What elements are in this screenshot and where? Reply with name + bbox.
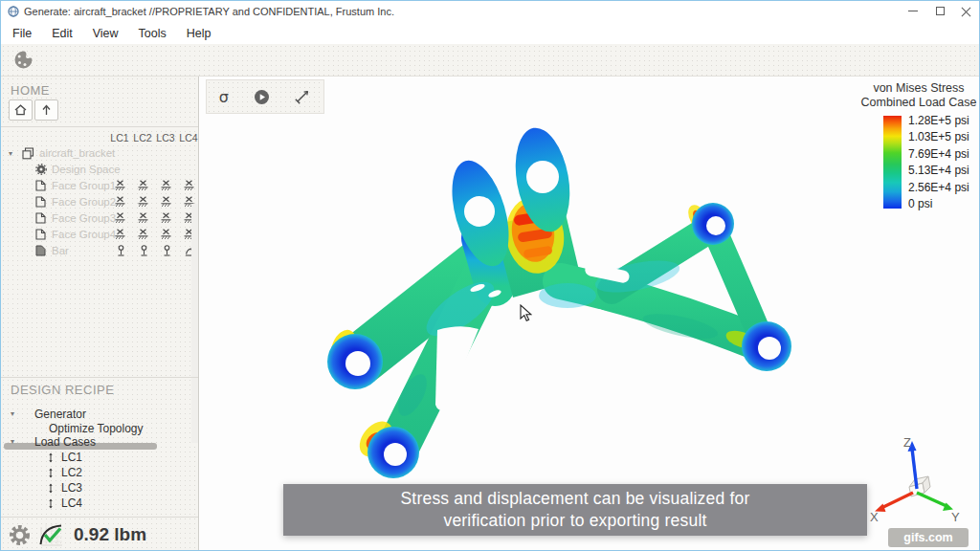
caption-overlay: Stress and displacement can be visualize…: [283, 484, 867, 536]
recipe-row-load-cases[interactable]: ▾ Load Cases: [1, 434, 199, 450]
legend-tick: 5.13E+4 psi: [908, 164, 969, 177]
tree-row-face-group1[interactable]: Face Group1: [1, 178, 199, 194]
collapse-arrow-icon[interactable]: ▾: [9, 149, 12, 158]
face-group-icon: [35, 229, 46, 240]
minimize-button[interactable]: [899, 1, 926, 21]
load-pin-icon: [47, 452, 55, 464]
load-pin-icon: [47, 467, 55, 479]
model-3d-view[interactable]: [317, 125, 853, 489]
recipe-row-generator[interactable]: ▾ Generator: [1, 407, 199, 422]
viewport-3d[interactable]: σ von Mises Stress Combined Load Case 1.…: [200, 77, 980, 551]
y-axis-label: Y: [951, 510, 960, 524]
legend-tick: 7.69E+4 psi: [908, 147, 969, 161]
recipe-label: Load Cases: [34, 435, 96, 449]
recipe-row-lc4[interactable]: LC4: [1, 496, 199, 511]
tree-row-face-group4[interactable]: Face Group4: [1, 227, 199, 243]
legend-color-scale: [883, 116, 902, 209]
caption-line1: Stress and displacement can be visualize…: [400, 488, 749, 510]
constraint-icon: [161, 180, 171, 191]
menu-tools[interactable]: Tools: [130, 24, 175, 43]
legend-tick: 2.56E+4 psi: [908, 181, 969, 194]
force-load-icon: [162, 245, 172, 257]
menu-help[interactable]: Help: [178, 24, 220, 43]
design-recipe-title: DESIGN RECIPE: [11, 383, 114, 397]
divider: [1, 126, 199, 127]
recipe-label: LC2: [61, 466, 82, 479]
title-bar: Generate: aircraft_bracket //PROPRIETARY…: [1, 1, 979, 22]
load-pin-icon: [47, 482, 55, 495]
menu-edit[interactable]: Edit: [43, 24, 81, 43]
analysis-toolbar: σ: [206, 79, 324, 114]
app-icon: [8, 6, 19, 17]
tree-label: Face Group4: [52, 229, 116, 240]
menu-bar: File Edit View Tools Help: [1, 22, 979, 44]
tree-row-face-group3[interactable]: Face Group3: [1, 210, 199, 227]
column-header-lc3: LC3: [154, 132, 177, 143]
force-load-icon: [139, 245, 149, 257]
tree-label: aircraft_bracket: [39, 147, 115, 159]
recipe-row-lc1[interactable]: LC1: [1, 450, 199, 465]
legend-tick: 1.28E+5 psi: [908, 114, 969, 127]
legend-tick-labels: 1.28E+5 psi 1.03E+5 psi 7.69E+4 psi 5.13…: [908, 114, 969, 210]
tree-row-design-space[interactable]: Design Space: [1, 162, 199, 178]
constraint-icon: [184, 180, 194, 191]
divider: [1, 377, 199, 378]
play-icon[interactable]: [254, 89, 270, 105]
tree-row-aircraft-bracket[interactable]: ▾ aircraft_bracket: [1, 145, 199, 162]
constraint-icon: [161, 196, 171, 208]
axis-triad: Z X Y: [867, 433, 963, 534]
tree-row-face-group2[interactable]: Face Group2: [1, 194, 199, 210]
legend-title: von Mises Stress: [857, 81, 980, 95]
legend-tick: 1.03E+5 psi: [908, 130, 969, 143]
constraint-icon: [138, 212, 148, 224]
gear-icon[interactable]: [9, 524, 31, 546]
recipe-row-lc3[interactable]: LC3: [1, 480, 199, 496]
minimize-icon: [908, 11, 918, 11]
recipe-label: Generator: [34, 408, 86, 421]
up-level-button[interactable]: [34, 99, 58, 121]
legend-subtitle: Combined Load Case: [857, 96, 980, 109]
constraint-icon: [115, 212, 125, 224]
constraint-icon: [161, 212, 171, 224]
face-group-icon: [35, 212, 46, 224]
close-icon: [961, 6, 971, 16]
constraint-icon: [115, 180, 125, 191]
recipe-label: LC3: [61, 481, 82, 495]
column-header-lc2: LC2: [131, 132, 154, 143]
design-space-icon: [35, 164, 47, 175]
tree-label: Bar: [52, 245, 69, 256]
menu-view[interactable]: View: [84, 24, 127, 43]
maximize-icon: [936, 7, 945, 15]
displacement-icon[interactable]: [294, 88, 311, 105]
mass-value: 0.92 lbm: [74, 524, 146, 545]
recipe-row-lc2[interactable]: LC2: [1, 465, 199, 480]
tree-label: Face Group2: [52, 196, 116, 208]
caption-line2: verification prior to exporting result: [443, 510, 706, 532]
stress-sigma-icon[interactable]: σ: [219, 88, 229, 106]
column-header-lc4: LC4: [177, 132, 199, 143]
tree-label: Face Group3: [52, 212, 116, 224]
convergence-check-icon: [37, 521, 66, 549]
collapse-arrow-icon[interactable]: ▾: [11, 409, 14, 418]
window-title: Generate: aircraft_bracket //PROPRIETARY…: [24, 6, 394, 17]
maximize-button[interactable]: [926, 1, 954, 21]
tree-label: Design Space: [52, 164, 121, 175]
assembly-icon: [22, 147, 34, 160]
x-axis-label: X: [870, 510, 879, 524]
menu-file[interactable]: File: [4, 24, 40, 43]
recipe-label: LC4: [61, 496, 82, 510]
mass-status-bar: 0.92 lbm: [1, 517, 199, 551]
watermark-badge: gifs.com: [888, 528, 969, 547]
x-axis-arrow: [881, 493, 913, 508]
face-group-icon: [35, 196, 46, 208]
force-load-icon: [116, 245, 126, 257]
palette-icon[interactable]: [13, 50, 33, 70]
home-icon: [14, 104, 27, 116]
collapse-arrow-icon[interactable]: ▾: [11, 437, 14, 446]
tree-label: Face Group1: [52, 180, 116, 191]
tree-row-bar[interactable]: Bar: [1, 243, 199, 259]
bar-icon: [35, 245, 46, 256]
main-toolbar: [1, 44, 979, 77]
home-button[interactable]: [9, 99, 33, 121]
close-button[interactable]: [952, 1, 980, 21]
